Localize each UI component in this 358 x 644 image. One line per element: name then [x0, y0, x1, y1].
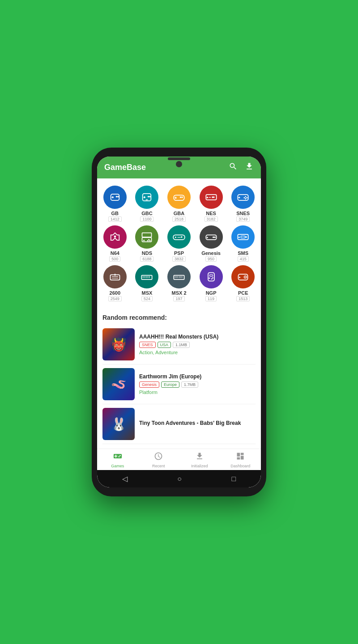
- platform-item-psp[interactable]: PSP 3832: [165, 225, 193, 262]
- svg-rect-9: [144, 197, 146, 198]
- svg-rect-80: [208, 273, 214, 281]
- game-item-game2[interactable]: 🪱 Earthworm Jim (Europe) GenesisEurope1.…: [102, 364, 256, 404]
- game-genre: Action, Adventure: [139, 350, 256, 355]
- nav-item-dashboard[interactable]: Dashboard: [220, 452, 261, 468]
- platform-count-psp: 3832: [172, 256, 186, 262]
- platform-icon-msx2: [167, 265, 191, 288]
- recommend-section: Random recommend: 👹 AAAHH!!! Real Monste…: [97, 309, 261, 444]
- platform-name-snes: SNES: [236, 211, 250, 216]
- svg-rect-72: [176, 277, 177, 278]
- platform-name-psp: PSP: [174, 250, 184, 256]
- platform-item-pce[interactable]: PCE 1513: [229, 265, 257, 301]
- game-tag: 1.1MB: [173, 342, 190, 348]
- platform-count-nds: 6188: [140, 256, 153, 262]
- svg-rect-41: [177, 237, 180, 237]
- platform-name-sms: SMS: [238, 250, 248, 256]
- game-item-game3[interactable]: 🐰 Tiny Toon Adventures - Babs' Big Break: [102, 404, 256, 444]
- svg-point-23: [245, 196, 247, 197]
- svg-point-32: [149, 239, 150, 240]
- platform-grid: GB 1412 GBC 1100 GBA 2518 NES 3182 SNES …: [97, 178, 261, 309]
- platform-item-msx[interactable]: MSX 524: [133, 265, 162, 301]
- svg-rect-67: [174, 275, 184, 280]
- game-item-game1[interactable]: 👹 AAAHH!!! Real Monsters (USA) SNESUSA1.…: [102, 325, 256, 364]
- game-thumbnail-game3: 🐰: [102, 408, 135, 440]
- home-button[interactable]: ○: [177, 475, 182, 483]
- app-title: GameBase: [104, 163, 146, 172]
- platform-count-nes: 3182: [205, 216, 218, 222]
- svg-rect-85: [209, 275, 213, 276]
- svg-rect-70: [177, 276, 178, 277]
- platform-name-n64: N64: [111, 250, 119, 256]
- nav-item-games[interactable]: Games: [97, 452, 138, 468]
- svg-rect-40: [175, 237, 177, 237]
- svg-point-81: [212, 277, 213, 279]
- platform-icon-pce: [231, 265, 255, 288]
- svg-point-6: [148, 196, 149, 198]
- platform-icon-ngp: [200, 265, 223, 288]
- platform-count-gbc: 1100: [140, 216, 153, 222]
- platform-item-snes[interactable]: SNES 3749: [229, 186, 257, 222]
- svg-rect-84: [209, 278, 210, 278]
- platform-item-nds[interactable]: NDS 6188: [133, 225, 162, 262]
- game-tag: USA: [158, 342, 171, 348]
- platform-name-genesis: Genesis: [201, 250, 221, 256]
- svg-rect-61: [145, 277, 145, 278]
- platform-count-sms: 415: [238, 256, 249, 262]
- platform-count-msx2: 197: [173, 296, 184, 301]
- svg-rect-15: [175, 198, 177, 199]
- svg-rect-60: [143, 277, 144, 278]
- platform-item-n64[interactable]: N64 500: [101, 225, 129, 262]
- nav-label-initialized: Initialized: [191, 464, 208, 468]
- platform-icon-genesis: [200, 225, 223, 249]
- svg-point-1: [116, 196, 118, 198]
- svg-rect-55: [112, 278, 118, 278]
- game-title-game3: Tiny Toon Adventures - Babs' Big Break: [139, 420, 256, 426]
- nav-item-initialized[interactable]: Initialized: [179, 452, 220, 468]
- svg-rect-64: [149, 276, 150, 277]
- svg-rect-53: [115, 274, 115, 276]
- svg-point-25: [247, 197, 248, 199]
- bottom-nav: Games Recent Initialized Dashboard: [97, 449, 261, 470]
- platform-item-nes[interactable]: NES 3182: [197, 186, 226, 222]
- svg-rect-21: [209, 197, 211, 198]
- svg-rect-90: [239, 277, 241, 278]
- platform-item-msx2[interactable]: MSX 2 197: [165, 265, 193, 301]
- nav-label-games: Games: [111, 464, 124, 468]
- svg-rect-62: [146, 277, 147, 278]
- platform-icon-sms: [231, 225, 255, 249]
- platform-name-gba: GBA: [174, 211, 184, 216]
- platform-item-ngp[interactable]: NGP 119: [197, 265, 226, 301]
- platform-item-sms[interactable]: SMS 415: [229, 225, 257, 262]
- download-icon[interactable]: [245, 162, 254, 173]
- platform-item-2600[interactable]: 2600 2549: [101, 265, 129, 301]
- game-tag: SNES: [139, 342, 156, 348]
- platform-item-gbc[interactable]: GBC 1100: [133, 186, 162, 222]
- svg-point-44: [214, 237, 216, 238]
- nav-item-recent[interactable]: Recent: [138, 452, 179, 468]
- platform-name-gb: GB: [111, 211, 119, 216]
- svg-rect-4: [111, 197, 114, 198]
- svg-rect-57: [143, 276, 144, 277]
- platform-item-gba[interactable]: GBA 2518: [165, 186, 193, 222]
- svg-rect-68: [175, 276, 176, 277]
- search-icon[interactable]: [229, 162, 238, 173]
- svg-point-33: [147, 240, 149, 242]
- nav-icon-initialized: [195, 452, 204, 463]
- nav-label-dashboard: Dashboard: [230, 464, 250, 468]
- platform-icon-n64: [103, 225, 127, 249]
- svg-point-26: [245, 198, 247, 199]
- nav-icon-dashboard: [236, 452, 245, 463]
- platform-count-ngp: 119: [205, 296, 217, 301]
- recent-button[interactable]: □: [232, 475, 236, 483]
- platform-item-genesis[interactable]: Genesis 950: [197, 225, 226, 262]
- back-button[interactable]: ◁: [122, 475, 128, 483]
- svg-point-49: [245, 236, 247, 238]
- platform-item-gb[interactable]: GB 1412: [101, 186, 129, 222]
- game-thumbnail-game1: 👹: [102, 328, 135, 360]
- svg-point-2: [117, 196, 119, 198]
- svg-point-43: [213, 237, 214, 238]
- nav-icon-games: [113, 452, 122, 463]
- svg-rect-74: [179, 276, 180, 277]
- platform-icon-psp: [167, 225, 191, 249]
- platform-name-gbc: GBC: [141, 211, 152, 216]
